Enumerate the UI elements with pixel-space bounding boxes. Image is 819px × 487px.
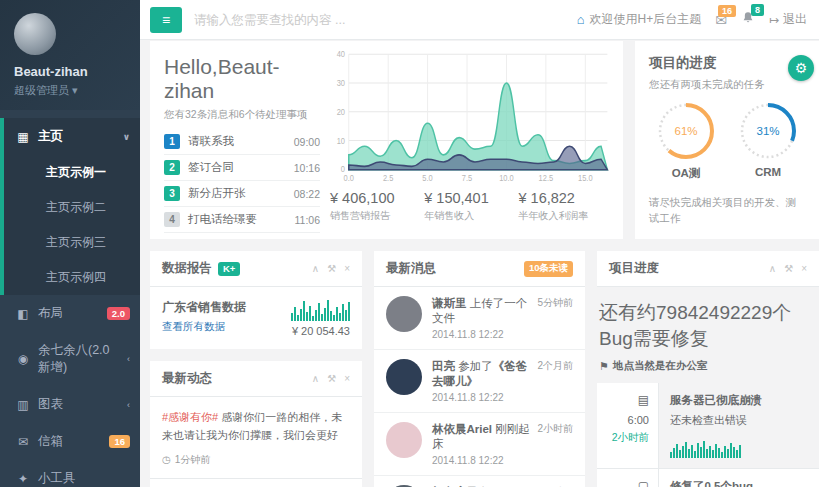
briefcase-icon: ▤ — [606, 393, 649, 407]
layout-icon: ◧ — [16, 307, 30, 321]
grid-icon: ▦ — [16, 130, 30, 144]
donut-crm: 31% CRM — [737, 102, 799, 181]
avatar — [386, 422, 422, 458]
svg-text:10.0: 10.0 — [499, 173, 514, 182]
clock-icon: ◷ — [162, 452, 171, 469]
svg-text:10: 10 — [337, 136, 346, 145]
svg-text:2.5: 2.5 — [383, 173, 394, 182]
bell-badge: 8 — [751, 4, 764, 16]
logout-button[interactable]: ↦ 退出 — [769, 11, 807, 28]
collapse-icon[interactable]: ∧ — [769, 263, 776, 274]
profile-name: Beaut-zihan — [14, 64, 126, 79]
mail-badge: 16 — [718, 5, 736, 17]
report-value: ¥ 20 054.43 — [291, 325, 350, 337]
svg-text:20: 20 — [337, 107, 346, 116]
chevron-icon: ‹ — [127, 400, 130, 410]
stat-annual-income: ¥ 150,401 年销售收入 — [424, 190, 518, 223]
menu-toggle-button[interactable]: ≡ — [150, 7, 182, 33]
welcome-panel: Hello,Beaut-zihan 您有32条消息和6个待处理事项 1 请联系我… — [150, 41, 623, 239]
close-icon[interactable]: × — [801, 263, 807, 274]
chart-column: 0 10 20 30 40 0.0 2.5 5.0 7.5 10.0 12.5 … — [326, 41, 623, 239]
theme-settings-button[interactable]: ⚙ — [788, 55, 814, 81]
collapse-icon[interactable]: ∧ — [312, 373, 319, 384]
timeline-item[interactable]: ▤ 6:00 2小时前 服务器已彻底崩溃 还未检查出错误 — [597, 383, 819, 469]
stat-half-year-margin: ¥ 16,822 半年收入利润率 — [518, 190, 612, 223]
panel-note: 请尽快完成相关项目的开发、测试工作 — [649, 195, 805, 227]
svg-text:7.5: 7.5 — [462, 173, 473, 182]
timeline-item[interactable]: ▢ 7:00 3小时前 修复了0.5个bug 重启服务 — [597, 469, 819, 487]
greeting-subtitle: 您有32条消息和6个待处理事项 — [164, 108, 320, 122]
sidebar: Beaut-zihan 超级管理员 ▾ ▦ 主页 ∨ 主页示例一主页示例二主页示… — [0, 0, 140, 487]
wrench-icon[interactable]: ⚒ — [327, 263, 336, 274]
unread-badge: 10条未读 — [524, 261, 573, 277]
close-icon[interactable]: × — [344, 373, 350, 384]
wrench-icon[interactable]: ⚒ — [784, 263, 793, 274]
message-author[interactable]: 林依晨Ariel — [432, 423, 492, 435]
collapse-icon[interactable]: ∧ — [312, 263, 319, 274]
task-number-badge: 5 — [164, 239, 180, 240]
sidebar-subitem[interactable]: 主页示例四 — [4, 260, 140, 295]
divider — [150, 478, 362, 479]
panel-body: #感谢有你# 感谢你们一路的相伴，未来也请让我为你们撑腰，我们会更好 ◷ 1分钟… — [150, 397, 362, 487]
bug-headline: 还有约79842492229个Bug需要修复 — [599, 300, 815, 351]
project-timeline-panel: 项目进度 ∧ ⚒ × 还有约79842492229个Bug需要修复 ⚑ 地点当然… — [597, 251, 819, 487]
messages-panel: 最新消息 10条未读 5分钟前 谦斯里 上传了一个文件 2014.11.8 12… — [374, 251, 585, 487]
wrench-icon[interactable]: ⚒ — [327, 373, 336, 384]
message-item[interactable]: 32分钟前 颜文字君 评论了 2014.11.8 12:22 【九部令人拍案叫绝… — [374, 476, 585, 487]
view-all-data-link[interactable]: 查看所有数据 — [162, 320, 283, 334]
report-title: 广东省销售数据 — [162, 299, 283, 316]
profile-role-dropdown[interactable]: 超级管理员 ▾ — [14, 83, 126, 98]
sidebar-subitem[interactable]: 主页示例一 — [4, 155, 140, 190]
mail-button[interactable]: ✉ 16 — [715, 12, 727, 28]
sidebar-item[interactable]: ▦ 主页 ∨ — [4, 118, 140, 155]
panel-badge: K+ — [218, 262, 240, 276]
sidebar-subitem[interactable]: 主页示例三 — [4, 225, 140, 260]
globe-icon: ◉ — [16, 352, 30, 366]
donut-row: 61% OA测 31% CRM — [649, 102, 805, 181]
greeting-column: Hello,Beaut-zihan 您有32条消息和6个待处理事项 1 请联系我… — [150, 41, 326, 239]
task-number-badge: 3 — [164, 186, 180, 201]
notifications-button[interactable]: 8 — [741, 11, 755, 28]
message-item[interactable]: 5分钟前 谦斯里 上传了一个文件 2014.11.8 12:22 — [374, 287, 585, 350]
search-input[interactable] — [194, 13, 565, 27]
sidebar-menu: ▦ 主页 ∨ 主页示例一主页示例二主页示例三主页示例四 ◧ 布局 2.0 ◉ 余… — [0, 118, 140, 487]
sidebar-item[interactable]: ◉ 余七余八(2.0新增) ‹ — [0, 332, 140, 386]
avatar[interactable] — [14, 13, 56, 55]
sidebar-item[interactable]: ◧ 布局 2.0 — [0, 295, 140, 332]
panel-header: 最新消息 10条未读 — [374, 251, 585, 287]
sales-area-chart: 0 10 20 30 40 0.0 2.5 5.0 7.5 10.0 12.5 … — [330, 49, 613, 187]
avatar — [386, 359, 422, 395]
task-item[interactable]: 4 打电话给璟要 11:06 — [164, 207, 320, 233]
task-item[interactable]: 3 新分店开张 08:22 — [164, 181, 320, 207]
feed-post-1: #感谢有你# 感谢你们一路的相伴，未来也请让我为你们撑腰，我们会更好 — [162, 408, 350, 444]
sidebar-item[interactable]: ▥ 图表 ‹ — [0, 386, 140, 423]
chevron-icon: ∨ — [123, 132, 130, 142]
map-pin-icon: ⚑ — [599, 360, 609, 373]
welcome-link[interactable]: ⌂ 欢迎使用H+后台主题 — [577, 11, 702, 28]
svg-text:12.5: 12.5 — [539, 173, 554, 182]
feed-timestamp: ◷ 1分钟前 — [162, 452, 350, 469]
panel-header: 最新动态 ∧ ⚒ × — [150, 361, 362, 397]
message-item[interactable]: 2小时前 林依晨Ariel 刚刚起床 2014.11.8 12:22 — [374, 413, 585, 476]
envelope-icon: ✉ — [16, 435, 30, 449]
sidebar-subitem[interactable]: 主页示例二 — [4, 190, 140, 225]
close-icon[interactable]: × — [344, 263, 350, 274]
message-author[interactable]: 田亮 — [432, 360, 455, 372]
data-report-panel: 数据报告 K+ ∧ ⚒ × 广东省销售数据 查看所有数据 ¥ 2 — [150, 251, 362, 349]
svg-text:30: 30 — [337, 79, 346, 88]
hashtag-link[interactable]: #感谢有你# — [162, 411, 218, 423]
message-author[interactable]: 谦斯里 — [432, 297, 467, 309]
sidebar-item[interactable]: ✦ 小工具 — [0, 460, 140, 487]
task-item[interactable]: 5 发邮件给国民岳父 12:00 — [164, 233, 320, 239]
task-item[interactable]: 2 签订合同 10:16 — [164, 155, 320, 181]
svg-text:0.0: 0.0 — [344, 173, 355, 182]
donut-oa: 61% OA测 — [655, 102, 717, 181]
menu-badge: 2.0 — [107, 307, 130, 320]
task-list: 1 请联系我 09:00 2 签订合同 10:16 3 新分店开张 08:22 … — [164, 129, 320, 239]
panel-title: 最新动态 — [162, 370, 212, 387]
message-item[interactable]: 2个月前 田亮 参加了《爸爸去哪儿》 2014.11.8 12:22 — [374, 350, 585, 413]
task-item[interactable]: 1 请联系我 09:00 — [164, 129, 320, 155]
svg-text:15.0: 15.0 — [578, 173, 593, 182]
sidebar-item[interactable]: ✉ 信箱 16 — [0, 423, 140, 460]
timeline-sparkline — [670, 436, 808, 458]
